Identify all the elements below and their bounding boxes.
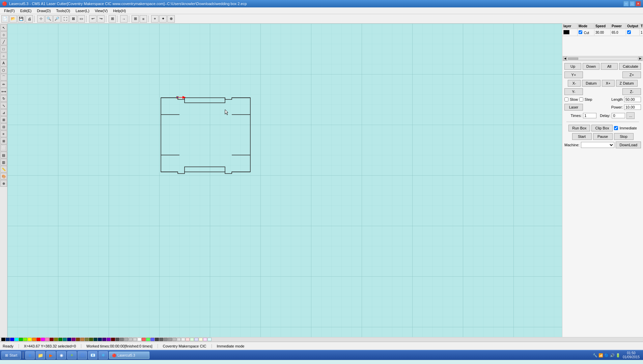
color-red[interactable] xyxy=(36,338,40,341)
color-gray50[interactable] xyxy=(120,338,124,341)
color-brown[interactable] xyxy=(76,338,80,341)
color-extra3[interactable] xyxy=(150,338,155,341)
delay-input[interactable]: 0 xyxy=(612,113,625,118)
color-extra9[interactable] xyxy=(177,338,181,341)
color-khaki[interactable] xyxy=(85,338,89,341)
machine-select[interactable] xyxy=(581,142,615,148)
canvas-area[interactable] xyxy=(7,24,562,337)
tb-btn-15[interactable]: ⌖ xyxy=(151,15,159,23)
color-indigo[interactable] xyxy=(102,338,106,341)
tb-btn-16[interactable]: ✦ xyxy=(159,15,167,23)
more-button[interactable]: ... xyxy=(626,112,635,119)
left-btn-shear[interactable]: ⊿ xyxy=(0,109,7,116)
color-maroon[interactable] xyxy=(50,338,54,341)
zminus-button[interactable]: Z- xyxy=(622,88,641,95)
yminus-button[interactable]: Y- xyxy=(564,88,583,95)
color-white[interactable] xyxy=(137,338,141,341)
color-green[interactable] xyxy=(19,338,23,341)
color-dark-navy[interactable] xyxy=(98,338,102,341)
color-dark-red[interactable] xyxy=(111,338,115,341)
color-silver[interactable] xyxy=(129,338,133,341)
taskbar-app1[interactable]: ✦ xyxy=(67,351,77,359)
zplus-button[interactable]: Z+ xyxy=(622,71,641,78)
left-btn-rotate[interactable]: ↻ xyxy=(0,95,7,102)
left-btn-misc[interactable]: ⊕ xyxy=(0,180,7,187)
layer-color-cell[interactable] xyxy=(562,29,578,36)
zoom-all-button[interactable]: ⊠ xyxy=(69,15,77,23)
menu-draw[interactable]: Draw(D) xyxy=(34,8,53,13)
menu-file[interactable]: File(F) xyxy=(1,8,18,13)
open-button[interactable]: 📂 xyxy=(9,15,17,23)
left-btn-node[interactable]: ⊹ xyxy=(0,31,7,38)
left-btn-align[interactable]: ⊞ xyxy=(0,116,7,123)
left-btn-measure[interactable]: 📏 xyxy=(0,166,7,173)
menu-tools[interactable]: Tools(O) xyxy=(53,8,73,13)
taskbar-chrome[interactable]: ◉ xyxy=(57,351,66,359)
power-input[interactable]: 10.00 xyxy=(624,104,641,110)
yplus-button[interactable]: Y+ xyxy=(564,71,583,78)
layer-output-checkbox[interactable] xyxy=(627,30,631,34)
start-button[interactable]: Start xyxy=(572,133,592,140)
color-dark-blue[interactable] xyxy=(6,338,10,341)
immediate-checkbox[interactable] xyxy=(614,126,618,130)
menu-help[interactable]: Help(H) xyxy=(110,8,129,13)
layer-mode-checkbox[interactable] xyxy=(579,30,582,34)
color-extra12[interactable] xyxy=(190,338,194,341)
color-cyan[interactable] xyxy=(15,338,19,341)
color-navy[interactable] xyxy=(67,338,71,341)
calculate-button[interactable]: Calculate xyxy=(619,63,641,70)
clipbox-button[interactable]: Clip Box xyxy=(591,125,613,131)
color-teal[interactable] xyxy=(63,338,67,341)
color-extra8[interactable] xyxy=(172,338,176,341)
zdatum-button[interactable]: Z Datum xyxy=(616,80,638,87)
left-btn-bezier[interactable]: ⌒ xyxy=(0,74,7,81)
color-extra15[interactable] xyxy=(203,338,207,341)
color-pink[interactable] xyxy=(45,338,49,341)
stop-button[interactable]: Stop xyxy=(614,133,634,140)
color-violet[interactable] xyxy=(107,338,111,341)
left-btn-hatch[interactable]: ▤ xyxy=(0,152,7,158)
color-lime[interactable] xyxy=(23,338,27,341)
color-purple[interactable] xyxy=(72,338,76,341)
color-blue[interactable] xyxy=(10,338,14,341)
left-btn-group[interactable]: ⊟ xyxy=(0,123,7,130)
menu-laser[interactable]: Laser(L) xyxy=(73,8,92,13)
left-btn-pen[interactable]: ✏ xyxy=(0,81,7,88)
color-gray30[interactable] xyxy=(115,338,119,341)
close-button[interactable]: ✕ xyxy=(636,1,641,6)
color-extra16[interactable] xyxy=(207,338,212,341)
left-btn-text[interactable]: A xyxy=(0,60,7,66)
color-extra2[interactable] xyxy=(146,338,150,341)
color-extra10[interactable] xyxy=(181,338,185,341)
color-olive[interactable] xyxy=(54,338,58,341)
color-extra5[interactable] xyxy=(159,338,163,341)
taskbar-explorer[interactable]: 📁 xyxy=(36,351,45,359)
undo-button[interactable]: ↩ xyxy=(89,15,96,23)
color-extra11[interactable] xyxy=(186,338,190,341)
color-black[interactable] xyxy=(1,338,5,341)
scroll-left-arrow[interactable]: ◀ xyxy=(563,57,567,61)
taskbar-app2[interactable]: ⬡ xyxy=(78,351,87,359)
up-button[interactable]: Up xyxy=(564,63,581,70)
color-orange[interactable] xyxy=(32,338,36,341)
color-extra7[interactable] xyxy=(168,338,172,341)
all-button[interactable]: All xyxy=(601,63,618,70)
clock-display[interactable]: 01:50 01/09/2015 xyxy=(623,351,640,359)
left-btn-gradient[interactable]: ▥ xyxy=(0,159,7,165)
left-btn-order[interactable]: ≡ xyxy=(0,130,7,137)
color-extra14[interactable] xyxy=(199,338,203,341)
taskbar-outlook[interactable]: 📧 xyxy=(88,351,97,359)
color-forest[interactable] xyxy=(58,338,62,341)
snap-button[interactable]: ⊞ xyxy=(109,15,116,23)
xminus-button[interactable]: X- xyxy=(568,80,581,87)
tb-btn-6[interactable]: ▭ xyxy=(78,15,85,23)
menu-view[interactable]: View(V) xyxy=(92,8,110,13)
left-btn-bitmap[interactable]: ⬜ xyxy=(0,145,7,151)
times-input[interactable]: 1 xyxy=(583,113,596,118)
scroll-right-arrow[interactable]: ▶ xyxy=(638,57,642,61)
color-extra1[interactable] xyxy=(142,338,146,341)
left-btn-pointer[interactable]: ↖ xyxy=(0,24,7,31)
save-button[interactable]: 💾 xyxy=(18,15,25,23)
laser-button[interactable]: Laser xyxy=(564,104,583,111)
new-button[interactable]: 📄 xyxy=(1,15,9,23)
